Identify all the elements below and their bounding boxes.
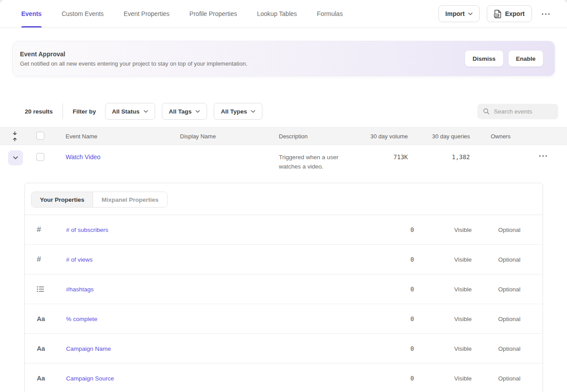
property-row: Aa Campaign Name 0 Visible Optional [25, 334, 543, 364]
property-requirement: Optional [472, 256, 520, 263]
nav-tabs: Events Custom Events Event Properties Pr… [21, 0, 363, 27]
text-type-icon: Aa [25, 345, 51, 352]
select-all-checkbox[interactable] [36, 132, 44, 140]
volume-value: 713K [349, 145, 408, 161]
chevron-down-icon [144, 110, 148, 113]
text-type-icon: Aa [25, 315, 51, 322]
col-description: Description [265, 133, 349, 140]
filter-by-label: Filter by [73, 108, 96, 115]
banner-description: Get notified on all new events entering … [20, 60, 247, 67]
row-checkbox[interactable] [36, 153, 44, 161]
status-filter-dropdown[interactable]: All Status [105, 103, 155, 120]
search-input[interactable] [494, 108, 551, 115]
export-label: Export [505, 10, 524, 17]
property-name-link[interactable]: # of views [51, 256, 93, 263]
top-nav: Events Custom Events Event Properties Pr… [0, 0, 567, 28]
property-count: 0 [361, 286, 414, 293]
property-requirement: Optional [472, 286, 520, 293]
import-label: Import [446, 10, 465, 17]
chevron-down-icon [468, 12, 473, 16]
property-name-link[interactable]: Campaign Name [51, 345, 111, 352]
chevron-down-icon [251, 110, 255, 113]
property-count: 0 [361, 345, 414, 352]
property-visibility: Visible [414, 286, 472, 293]
event-row-watch-video: Watch Video Triggered when a user watche… [0, 145, 567, 183]
event-description: Triggered when a user watches a video. [265, 145, 349, 172]
property-row: # # of views 0 Visible Optional [25, 245, 543, 274]
col-30-day-queries: 30 day queries [408, 133, 470, 140]
property-count: 0 [361, 226, 414, 233]
types-filter-dropdown[interactable]: All Types [214, 103, 262, 120]
tab-event-properties[interactable]: Event Properties [124, 0, 170, 27]
tab-your-properties[interactable]: Your Properties [31, 192, 93, 207]
row-more-button[interactable]: ··· [536, 150, 551, 161]
collapse-row-button[interactable] [8, 150, 23, 165]
collapse-vertical-icon [12, 131, 18, 141]
svg-text:csv: csv [495, 14, 499, 16]
table-header-row: Event Name Display Name Description 30 d… [0, 127, 567, 145]
results-count: 20 results [25, 108, 53, 115]
property-name-link[interactable]: # of subscribers [51, 227, 108, 233]
panel-tabs: Your Properties Mixpanel Properties [25, 183, 543, 215]
status-filter-label: All Status [112, 108, 140, 115]
property-row: Aa Campaign Source 0 Visible Optional [25, 364, 543, 392]
tab-formulas[interactable]: Formulas [317, 0, 343, 27]
col-display-name: Display Name [168, 133, 265, 140]
col-30-day-volume: 30 day volume [349, 133, 408, 140]
property-row: # # of subscribers 0 Visible Optional [25, 215, 543, 245]
tab-lookup-tables[interactable]: Lookup Tables [257, 0, 297, 27]
col-owners: Owners [470, 133, 523, 140]
number-type-icon: # [25, 255, 51, 264]
chevron-down-icon [196, 110, 200, 113]
property-visibility: Visible [414, 375, 472, 382]
property-requirement: Optional [472, 345, 520, 352]
dismiss-button[interactable]: Dismiss [465, 51, 503, 67]
collapse-all-button[interactable] [0, 131, 29, 141]
more-options-button[interactable]: ··· [539, 8, 554, 20]
tab-mixpanel-properties[interactable]: Mixpanel Properties [93, 192, 167, 207]
export-button[interactable]: csv Export [487, 5, 532, 22]
tab-events[interactable]: Events [21, 0, 42, 27]
property-name-link[interactable]: #hashtags [51, 286, 94, 293]
event-approval-banner: Event Approval Get notified on all new e… [12, 41, 555, 76]
property-visibility: Visible [414, 256, 472, 263]
chevron-down-icon [13, 156, 18, 160]
property-count: 0 [361, 256, 414, 263]
property-requirement: Optional [472, 316, 520, 322]
banner-actions: Dismiss Enable [465, 51, 543, 67]
list-type-icon [25, 286, 51, 292]
property-count: 0 [361, 315, 414, 322]
enable-button[interactable]: Enable [508, 51, 543, 67]
number-type-icon: # [25, 225, 51, 234]
csv-file-icon: csv [494, 10, 501, 18]
queries-value: 1,382 [408, 145, 470, 161]
app-window: Events Custom Events Event Properties Pr… [0, 0, 567, 392]
tab-profile-properties[interactable]: Profile Properties [189, 0, 237, 27]
property-visibility: Visible [414, 316, 472, 322]
property-visibility: Visible [414, 345, 472, 352]
types-filter-label: All Types [221, 108, 247, 115]
tab-custom-events[interactable]: Custom Events [62, 0, 104, 27]
tags-filter-dropdown[interactable]: All Tags [162, 103, 207, 120]
property-row: Aa % complete 0 Visible Optional [25, 304, 543, 334]
property-requirement: Optional [472, 375, 520, 382]
property-row: #hashtags 0 Visible Optional [25, 274, 543, 304]
property-name-link[interactable]: % complete [51, 316, 98, 322]
event-name-link[interactable]: Watch Video [51, 145, 101, 161]
col-event-name: Event Name [51, 133, 168, 140]
filter-bar: 20 results Filter by All Status All Tags… [0, 103, 567, 120]
property-requirement: Optional [472, 227, 520, 233]
tags-filter-label: All Tags [169, 108, 192, 115]
text-type-icon: Aa [25, 375, 51, 382]
top-actions: Import csv Export ··· [438, 0, 554, 27]
property-visibility: Visible [414, 227, 472, 233]
property-count: 0 [361, 375, 414, 382]
properties-panel: Your Properties Mixpanel Properties # # … [24, 183, 543, 392]
import-button[interactable]: Import [438, 5, 480, 22]
divider [63, 103, 63, 119]
banner-title: Event Approval [20, 51, 247, 58]
search-icon [483, 108, 490, 115]
search-box[interactable] [477, 104, 558, 119]
property-name-link[interactable]: Campaign Source [51, 375, 114, 382]
banner-text: Event Approval Get notified on all new e… [20, 51, 247, 67]
